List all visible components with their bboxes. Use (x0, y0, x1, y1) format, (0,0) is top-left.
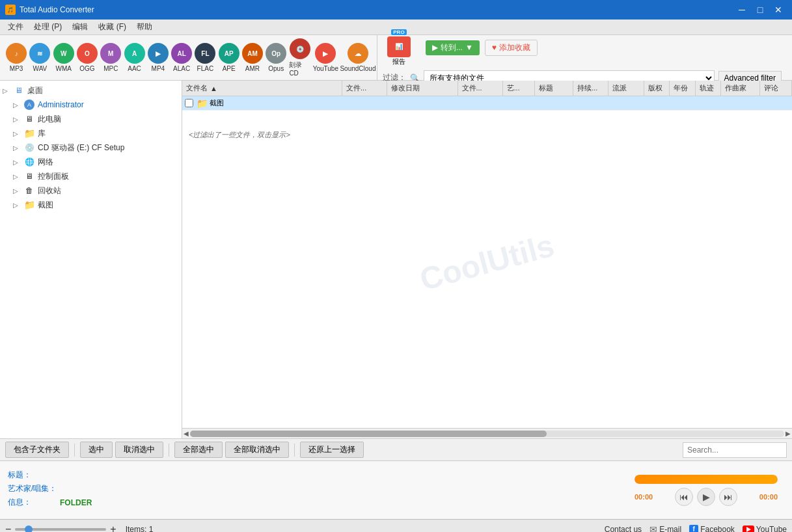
title-bar-controls: ─ □ ✕ (733, 3, 787, 17)
library-folder-icon: 📁 (23, 128, 35, 139)
tree-item-computer[interactable]: ▷ 🖥 此电脑 (0, 112, 182, 126)
scrollbar-track[interactable] (190, 431, 784, 437)
facebook-link-area[interactable]: f Facebook (689, 525, 735, 533)
format-ogg-button[interactable]: O OGG (76, 38, 98, 78)
col-header-track[interactable]: 轨迹 (696, 81, 722, 96)
format-wma-button[interactable]: W WMA (53, 38, 75, 78)
format-amr-button[interactable]: AM AMR (241, 38, 264, 78)
email-link-area[interactable]: ✉ E-mail (649, 524, 681, 533)
format-mp3-button[interactable]: ♪ MP3 (5, 38, 27, 78)
youtube-link[interactable]: YouTube (756, 525, 787, 533)
row-checkbox-input[interactable] (185, 99, 193, 107)
tree-item-cd-drive[interactable]: ▷ 💿 CD 驱动器 (E:) CF Setup (0, 140, 182, 155)
tree-arrow-library: ▷ (13, 130, 23, 137)
format-flac-button[interactable]: FL FLAC (194, 38, 216, 78)
tree-arrow-network: ▷ (13, 159, 23, 166)
format-ape-button[interactable]: AP APE (218, 38, 240, 78)
playback-controls: ⏮ ▶ ⏭ (675, 488, 737, 506)
screenshot-folder-icon: 📁 (23, 200, 35, 210)
zoom-minus-button[interactable]: − (5, 524, 11, 533)
col-header-year[interactable]: 年份 (670, 81, 696, 96)
right-toolbar: PRO 📊 报告 ▶ 转到... ▼ ♥ 添加收藏 过滤： 🔍 所有支持的文件 … (377, 35, 787, 81)
report-btn-area[interactable]: PRO 📊 报告 (383, 29, 415, 66)
deselect-button[interactable]: 取消选中 (115, 442, 163, 458)
tree-item-administrator[interactable]: ▷ A Administrator (0, 98, 182, 112)
col-header-title[interactable]: 标题 (535, 81, 573, 96)
col-header-comment[interactable]: 评论 (760, 81, 792, 96)
format-mp4-button[interactable]: ▶ MP4 (147, 38, 169, 78)
col-header-filesize[interactable]: 文件... (342, 81, 387, 96)
select-all-button[interactable]: 全部选中 (174, 442, 223, 458)
facebook-icon: f (689, 525, 698, 533)
col-header-duration[interactable]: 持续... (573, 81, 608, 96)
format-youtube-button[interactable]: ▶ YouTube (312, 38, 339, 78)
col-genre-label: 流派 (612, 83, 627, 93)
tree-item-screenshot[interactable]: ▷ 📁 截图 (0, 198, 182, 212)
tree-panel: ▷ 🖥 桌面 ▷ A Administrator ▷ 🖥 此电脑 ▷ 📁 库 ▷… (0, 81, 182, 438)
mp3-icon: ♪ (6, 43, 27, 64)
col-header-composer[interactable]: 作曲家 (721, 81, 759, 96)
zoom-plus-button[interactable]: + (110, 524, 116, 533)
scroll-right-icon[interactable]: ▶ (785, 430, 791, 437)
tree-item-library[interactable]: ▷ 📁 库 (0, 126, 182, 140)
tree-item-network[interactable]: ▷ 🌐 网络 (0, 155, 182, 169)
search-input[interactable] (683, 442, 787, 458)
email-icon: ✉ (649, 524, 657, 533)
menu-edit[interactable]: 编辑 (67, 20, 93, 34)
mp4-icon: ▶ (148, 43, 169, 64)
items-label-text: Items: (126, 525, 147, 533)
goto-button[interactable]: ▶ 转到... ▼ (426, 40, 480, 55)
facebook-link[interactable]: Facebook (700, 525, 735, 533)
tree-label-desktop: 桌面 (27, 85, 43, 96)
col-header-size2[interactable]: 文件... (458, 81, 503, 96)
col-header-filename[interactable]: 文件名 ▲ (182, 81, 342, 96)
info-right: 00:00 ⏮ ▶ ⏭ 00:00 (628, 475, 784, 506)
scrollbar-horizontal[interactable]: ◀ ▶ (182, 428, 792, 438)
contact-us-link[interactable]: Contact us (605, 525, 642, 533)
deselect-all-button[interactable]: 全部取消选中 (225, 442, 289, 458)
tree-item-recycle-bin[interactable]: ▷ 🗑 回收站 (0, 183, 182, 198)
maximize-button[interactable]: □ (752, 3, 769, 17)
tree-label-cd: CD 驱动器 (E:) CF Setup (38, 142, 124, 153)
admin-icon: A (23, 100, 35, 110)
aac-label: AAC (128, 65, 141, 72)
table-row[interactable]: 📁 截图 (182, 96, 792, 111)
tree-item-desktop[interactable]: ▷ 🖥 桌面 (0, 83, 182, 98)
close-button[interactable]: ✕ (770, 3, 787, 17)
scroll-left-icon[interactable]: ◀ (184, 430, 189, 437)
rewind-button[interactable]: ⏮ (675, 488, 693, 506)
zoom-slider[interactable] (15, 528, 106, 531)
fast-forward-button[interactable]: ⏭ (719, 488, 737, 506)
play-button[interactable]: ▶ (697, 488, 715, 506)
format-mpc-button[interactable]: M MPC (100, 38, 122, 78)
scrollbar-thumb[interactable] (190, 431, 547, 437)
tree-item-control-panel[interactable]: ▷ 🖥 控制面板 (0, 169, 182, 183)
mp4-label: MP4 (152, 65, 165, 72)
menu-file[interactable]: 文件 (3, 20, 29, 34)
col-header-genre[interactable]: 流派 (608, 81, 644, 96)
row-checkbox[interactable] (182, 99, 195, 107)
email-link[interactable]: E-mail (659, 525, 681, 533)
col-header-date[interactable]: 修改日期 (387, 81, 457, 96)
minimize-button[interactable]: ─ (733, 3, 750, 17)
col-header-artist[interactable]: 艺... (503, 81, 535, 96)
filtered-message[interactable]: <过滤出了一些文件，双击显示> (189, 130, 792, 140)
menu-help[interactable]: 帮助 (131, 20, 157, 34)
youtube-link-area[interactable]: YouTube (743, 525, 787, 533)
format-wav-button[interactable]: ≋ WAV (29, 38, 51, 78)
include-subfolders-button[interactable]: 包含子文件夹 (5, 442, 69, 458)
restore-selection-button[interactable]: 还原上一选择 (300, 442, 364, 458)
format-alac-button[interactable]: AL ALAC (171, 38, 193, 78)
col-header-rights[interactable]: 版权 (644, 81, 670, 96)
favorite-button[interactable]: ♥ 添加收藏 (485, 40, 538, 56)
wav-icon: ≋ (29, 43, 50, 64)
menu-process[interactable]: 处理 (P) (29, 20, 67, 34)
format-opus-button[interactable]: Op Opus (265, 38, 287, 78)
menu-favorites[interactable]: 收藏 (F) (93, 20, 131, 34)
format-aac-button[interactable]: A AAC (123, 38, 145, 78)
alac-label: ALAC (173, 65, 190, 72)
format-soundcloud-button[interactable]: ☁ SoundCloud (340, 38, 376, 78)
select-button[interactable]: 选中 (80, 442, 113, 458)
format-burncd-button[interactable]: 💿 刻录 CD (288, 38, 310, 78)
col-year-label: 年份 (674, 83, 688, 93)
